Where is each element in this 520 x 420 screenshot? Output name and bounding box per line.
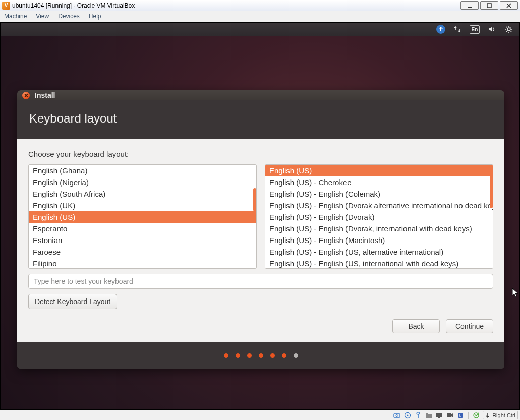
- list-item[interactable]: English (US) - English (Macintosh): [265, 234, 493, 246]
- language-indicator[interactable]: En: [470, 25, 480, 34]
- hostkey-label: Right Ctrl: [492, 412, 515, 418]
- status-usb-icon[interactable]: [414, 412, 422, 419]
- progress-dot: [270, 353, 275, 358]
- svg-rect-0: [468, 7, 472, 8]
- menu-devices[interactable]: Devices: [58, 13, 80, 20]
- layouts-listbox[interactable]: English (Ghana)English (Nigeria)English …: [28, 164, 257, 269]
- svg-line-12: [506, 27, 507, 28]
- svg-line-14: [511, 27, 512, 28]
- list-item[interactable]: Esperanto: [29, 223, 256, 234]
- continue-button[interactable]: Continue: [446, 319, 493, 333]
- ubuntu-top-panel: En: [1, 23, 519, 36]
- svg-point-17: [396, 414, 398, 416]
- status-mouse-capture-icon[interactable]: [472, 412, 480, 419]
- progress-dot: [236, 353, 240, 358]
- list-item[interactable]: Filipino: [29, 258, 256, 269]
- detect-layout-button[interactable]: Detect Keyboard Layout: [28, 294, 117, 309]
- host-window-title: ubuntu1404 [Running] - Oracle VM Virtual…: [12, 2, 135, 9]
- svg-point-20: [417, 412, 420, 414]
- svg-rect-23: [436, 413, 442, 417]
- list-item[interactable]: Faroese: [29, 246, 256, 258]
- svg-point-4: [440, 27, 442, 28]
- svg-rect-1: [487, 4, 491, 8]
- status-vrde-icon[interactable]: U: [456, 412, 465, 419]
- list-item[interactable]: English (UK): [29, 200, 256, 211]
- test-keyboard-input[interactable]: [28, 274, 493, 289]
- list-item[interactable]: English (Nigeria): [29, 176, 256, 188]
- menu-machine[interactable]: Machine: [4, 13, 27, 20]
- svg-text:U: U: [459, 413, 462, 418]
- status-shared-folder-icon[interactable]: [425, 412, 433, 419]
- page-title: Keyboard layout: [29, 111, 492, 126]
- list-item[interactable]: English (US) - English (Dvorak): [265, 211, 493, 223]
- choose-layout-label: Choose your keyboard layout:: [28, 150, 493, 158]
- progress-dot: [224, 353, 228, 358]
- progress-dot: [247, 353, 252, 358]
- installer-body: Choose your keyboard layout: English (Gh…: [17, 139, 504, 342]
- variants-listbox[interactable]: English (US)English (US) - CherokeeEngli…: [265, 164, 493, 269]
- svg-point-7: [507, 28, 510, 31]
- list-item[interactable]: English (US) - English (Dvorak alternati…: [265, 200, 493, 211]
- accessibility-icon[interactable]: [436, 25, 445, 34]
- menu-view[interactable]: View: [36, 13, 49, 20]
- svg-rect-22: [426, 413, 428, 415]
- guest-desktop: En: [1, 23, 519, 409]
- maximize-button[interactable]: [480, 1, 498, 10]
- svg-point-19: [407, 414, 409, 416]
- hostkey-indicator[interactable]: Right Ctrl: [483, 411, 518, 419]
- virtualbox-icon: V: [2, 2, 10, 10]
- svg-line-15: [506, 31, 507, 32]
- back-button[interactable]: Back: [392, 319, 440, 333]
- virtualbox-menubar: Machine View Devices Help: [0, 11, 520, 22]
- list-item[interactable]: English (US) - Cherokee: [265, 176, 493, 188]
- svg-rect-6: [439, 29, 443, 30]
- status-recording-icon[interactable]: [446, 412, 454, 419]
- installer-header: Keyboard layout: [17, 100, 504, 139]
- progress-dots: [17, 342, 504, 369]
- list-item[interactable]: Estonian: [29, 234, 256, 246]
- list-item[interactable]: English (US) - English (Colemak): [265, 188, 493, 200]
- list-item[interactable]: English (South Africa): [29, 188, 256, 200]
- close-button[interactable]: [500, 1, 518, 10]
- list-item[interactable]: English (US): [265, 165, 493, 176]
- svg-rect-24: [438, 417, 440, 418]
- list-item[interactable]: English (US): [29, 211, 256, 223]
- close-icon[interactable]: [22, 92, 30, 99]
- progress-dot: [259, 353, 263, 358]
- installer-window: Install Keyboard layout Choose your keyb…: [17, 90, 504, 369]
- network-icon[interactable]: [452, 24, 463, 34]
- svg-rect-25: [447, 413, 451, 417]
- installer-window-title: Install: [35, 91, 55, 99]
- progress-dot: [294, 353, 298, 358]
- list-item[interactable]: English (Ghana): [29, 165, 256, 176]
- progress-dot: [282, 353, 286, 358]
- virtualbox-statusbar: U Right Ctrl: [0, 410, 520, 420]
- menu-help[interactable]: Help: [89, 13, 101, 20]
- status-hd-icon[interactable]: [393, 412, 401, 419]
- list-item[interactable]: English (US) - English (US, alternative …: [265, 246, 493, 258]
- list-item[interactable]: English (US) - English (Dvorak, internat…: [265, 223, 493, 234]
- status-display-icon[interactable]: [435, 412, 443, 419]
- installer-titlebar: Install: [17, 90, 504, 100]
- list-item[interactable]: English (US) - English (US, internationa…: [265, 258, 493, 269]
- sound-icon[interactable]: [487, 24, 497, 34]
- guest-vm-frame: En: [0, 22, 520, 410]
- gear-icon[interactable]: [504, 24, 514, 34]
- minimize-button[interactable]: [460, 1, 479, 10]
- host-window-titlebar: V ubuntu1404 [Running] - Oracle VM Virtu…: [0, 0, 520, 11]
- svg-line-13: [511, 31, 512, 32]
- status-cd-icon[interactable]: [403, 412, 412, 419]
